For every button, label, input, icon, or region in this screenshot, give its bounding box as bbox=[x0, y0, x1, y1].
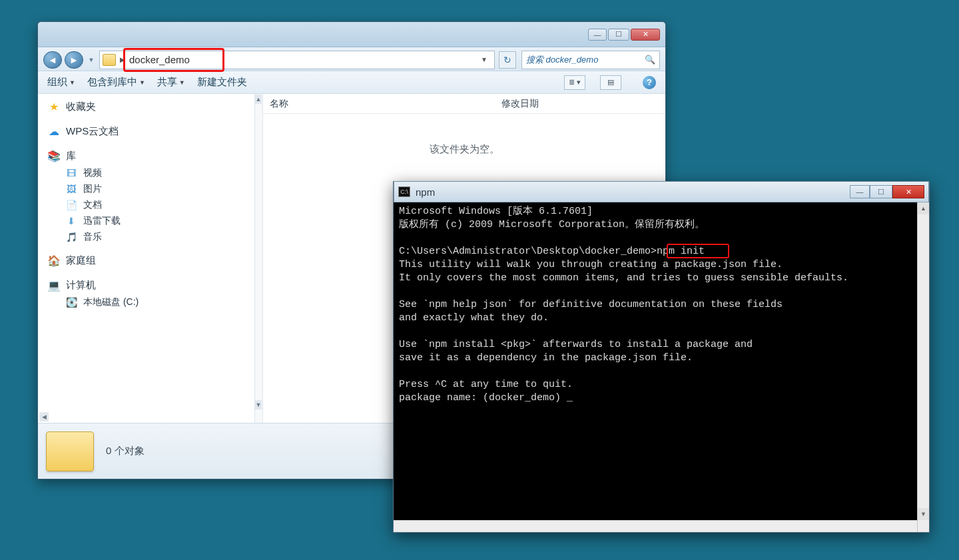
sidebar-item-localdisk[interactable]: 💽本地磁盘 (C:) bbox=[42, 294, 262, 310]
sidebar-favorites[interactable]: ★收藏夹 bbox=[42, 98, 262, 116]
cmd-icon: C:\ bbox=[398, 186, 410, 197]
include-menu[interactable]: 包含到库中▼ bbox=[87, 76, 145, 89]
address-dropdown-icon[interactable]: ▼ bbox=[477, 56, 491, 63]
close-button[interactable]: ✕ bbox=[631, 29, 660, 41]
sidebar-computer[interactable]: 💻计算机 bbox=[42, 276, 262, 294]
cmd-vscrollbar[interactable]: ▲ ▼ bbox=[917, 202, 929, 532]
sidebar-item-xunlei[interactable]: ⬇迅雷下载 bbox=[42, 213, 262, 229]
sidebar-wps[interactable]: ☁WPS云文档 bbox=[42, 123, 262, 140]
view-mode-button[interactable]: ≣ ▾ bbox=[564, 75, 585, 90]
organize-menu[interactable]: 组织▼ bbox=[47, 76, 75, 89]
cmd-titlebar[interactable]: C:\ npm — ☐ ✕ bbox=[394, 181, 929, 202]
search-icon[interactable]: 🔍 bbox=[645, 55, 655, 65]
cmd-close-button[interactable]: ✕ bbox=[892, 185, 924, 198]
sidebar-library[interactable]: 📚库 bbox=[42, 147, 262, 165]
sidebar-item-video[interactable]: 🎞视频 bbox=[42, 165, 262, 181]
sidebar: ★收藏夹 ☁WPS云文档 📚库 🎞视频 🖼图片 📄文档 ⬇迅雷下载 🎵音乐 🏠家… bbox=[38, 94, 263, 423]
scroll-down-icon[interactable]: ▼ bbox=[255, 400, 262, 410]
cmd-maximize-button[interactable]: ☐ bbox=[870, 185, 892, 198]
maximize-button[interactable]: ☐ bbox=[608, 29, 629, 41]
breadcrumb[interactable]: docker_demo bbox=[129, 54, 190, 65]
nav-row: ◄ ► ▼ ▶ docker_demo ▼ ↻ 搜索 docker_demo 🔍 bbox=[38, 47, 665, 71]
search-placeholder: 搜索 docker_demo bbox=[526, 54, 598, 66]
new-folder-button[interactable]: 新建文件夹 bbox=[197, 76, 247, 89]
scroll-up-icon[interactable]: ▲ bbox=[255, 95, 262, 104]
sidebar-homegroup[interactable]: 🏠家庭组 bbox=[42, 252, 262, 270]
search-input[interactable]: 搜索 docker_demo 🔍 bbox=[521, 51, 660, 69]
cmd-minimize-button[interactable]: — bbox=[850, 185, 870, 198]
status-text: 0 个对象 bbox=[106, 445, 145, 457]
cmd-title: npm bbox=[416, 186, 435, 198]
share-menu[interactable]: 共享▼ bbox=[157, 76, 185, 89]
refresh-button[interactable]: ↻ bbox=[499, 51, 516, 69]
cmd-output[interactable]: Microsoft Windows [版本 6.1.7601] 版权所有 (c)… bbox=[394, 202, 929, 532]
forward-button[interactable]: ► bbox=[65, 51, 83, 69]
minimize-button[interactable]: — bbox=[588, 29, 607, 41]
folder-icon bbox=[103, 54, 116, 66]
history-dropdown[interactable]: ▼ bbox=[86, 55, 97, 65]
breadcrumb-sep: ▶ bbox=[120, 56, 125, 63]
cmd-window: C:\ npm — ☐ ✕ Microsoft Windows [版本 6.1.… bbox=[393, 181, 930, 533]
explorer-toolbar: 组织▼ 包含到库中▼ 共享▼ 新建文件夹 ≣ ▾ ▤ ? bbox=[38, 71, 665, 94]
help-button[interactable]: ? bbox=[643, 76, 656, 89]
sidebar-scrollbar[interactable]: ▲ ▼ bbox=[254, 94, 262, 423]
explorer-titlebar: — ☐ ✕ bbox=[38, 22, 665, 47]
window-controls: — ☐ ✕ bbox=[588, 29, 660, 41]
scroll-left-icon[interactable]: ◀ bbox=[39, 412, 49, 421]
sidebar-item-documents[interactable]: 📄文档 bbox=[42, 197, 262, 213]
sidebar-item-pictures[interactable]: 🖼图片 bbox=[42, 181, 262, 197]
scroll-down-icon[interactable]: ▼ bbox=[918, 508, 929, 520]
column-headers: 名称 修改日期 bbox=[263, 94, 665, 114]
back-button[interactable]: ◄ bbox=[43, 51, 62, 69]
column-name[interactable]: 名称 bbox=[270, 98, 288, 110]
column-modified[interactable]: 修改日期 bbox=[501, 98, 539, 110]
cmd-hscrollbar[interactable] bbox=[394, 520, 917, 532]
cmd-window-controls: — ☐ ✕ bbox=[850, 185, 924, 198]
scroll-up-icon[interactable]: ▲ bbox=[918, 202, 929, 214]
sidebar-item-music[interactable]: 🎵音乐 bbox=[42, 229, 262, 245]
preview-pane-button[interactable]: ▤ bbox=[600, 75, 621, 90]
address-bar[interactable]: ▶ docker_demo ▼ bbox=[99, 51, 495, 69]
folder-thumbnail-icon bbox=[46, 431, 94, 471]
